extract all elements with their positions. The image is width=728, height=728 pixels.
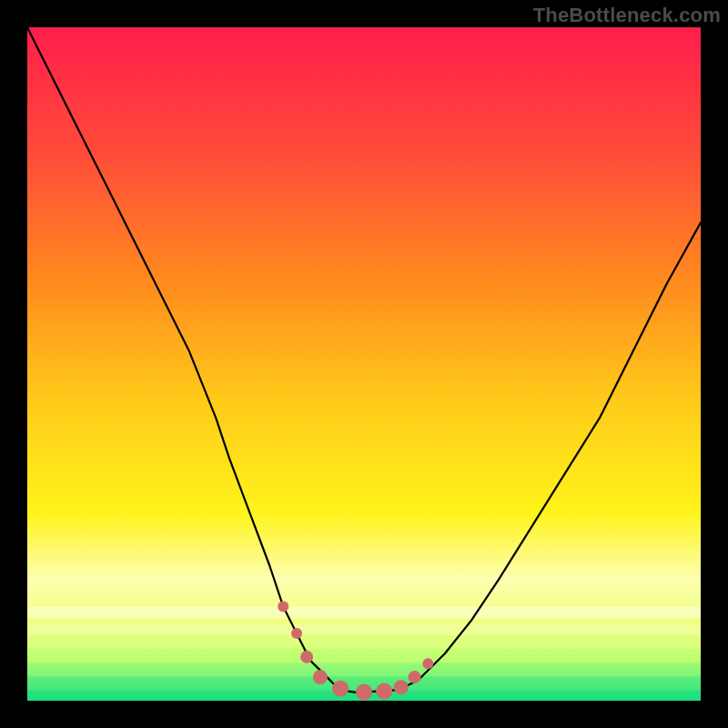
chart-svg: [27, 27, 701, 701]
highlight-dot: [409, 671, 421, 683]
gradient-band: [27, 651, 701, 662]
plot-area: [27, 27, 701, 701]
highlight-dot: [313, 670, 328, 684]
highlight-dot: [278, 601, 288, 612]
chart-frame: TheBottleneck.com: [0, 0, 728, 728]
gradient-band: [27, 623, 701, 635]
highlight-dot: [291, 628, 302, 639]
gradient-band: [27, 606, 701, 618]
gradient-band: [27, 637, 701, 649]
highlight-dot: [376, 683, 392, 700]
highlight-dot: [394, 680, 409, 694]
highlight-dot: [356, 683, 372, 700]
watermark-label: TheBottleneck.com: [533, 4, 721, 27]
gradient-background: [27, 27, 701, 701]
gradient-band: [27, 663, 701, 675]
highlight-dot: [300, 651, 313, 663]
highlight-dot: [332, 681, 349, 697]
highlight-dot: [422, 658, 433, 669]
